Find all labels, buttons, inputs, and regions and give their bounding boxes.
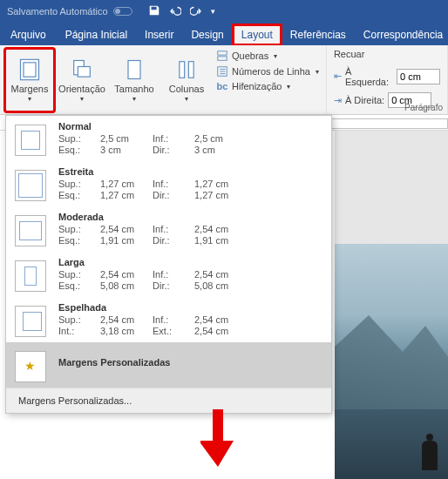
margin-moderate-icon — [15, 215, 46, 246]
margin-wide-icon — [15, 260, 46, 292]
breaks-label: Quebras — [232, 51, 268, 61]
tab-design[interactable]: Design — [182, 24, 232, 45]
indent-right-icon: ⇥ — [334, 95, 342, 106]
tab-insert[interactable]: Inserir — [136, 24, 182, 45]
line-numbers-label: Números de Linha — [232, 66, 310, 77]
redo-icon[interactable] — [190, 4, 202, 18]
autosave-indicator: Salvamento Automático — [7, 6, 132, 17]
margin-narrow-icon — [15, 170, 46, 201]
preset-title: Margens Personalizadas — [58, 357, 170, 368]
group-page-setup: Margens ▾ Orientação ▾ Tamanho ▾ Colunas… — [0, 45, 327, 114]
svg-rect-4 — [128, 60, 140, 78]
columns-label: Colunas — [169, 84, 204, 94]
hyphenation-button[interactable]: bc Hifenização▾ — [214, 80, 321, 92]
size-label: Tamanho — [114, 84, 153, 94]
preset-title: Normal — [58, 121, 322, 132]
tab-home[interactable]: Página Inicial — [57, 24, 136, 45]
autosave-toggle[interactable] — [113, 7, 132, 16]
margin-normal-icon — [15, 125, 46, 156]
hyphenation-icon: bc — [216, 81, 228, 91]
breaks-icon — [216, 50, 228, 62]
save-icon[interactable] — [148, 4, 160, 18]
annotation-arrow-icon — [200, 409, 235, 467]
quick-access-toolbar: ▾ — [148, 4, 215, 18]
ribbon-tabs: Arquivo Página Inicial Inserir Design La… — [0, 23, 448, 45]
size-icon — [122, 57, 146, 82]
document-image — [335, 244, 448, 479]
svg-rect-7 — [218, 51, 227, 55]
margin-custom-icon — [15, 351, 46, 382]
preset-title: Larga — [58, 257, 322, 267]
margin-mirrored-icon — [15, 306, 46, 337]
margin-preset-normal[interactable]: Normal Sup.:2,5 cm Inf.:2,5 cm Esq.:3 cm… — [6, 116, 331, 161]
ribbon: Margens ▾ Orientação ▾ Tamanho ▾ Colunas… — [0, 45, 448, 115]
margin-preset-mirrored[interactable]: Espelhada Sup.:2,54 cm Inf.:2,54 cm Int.… — [6, 297, 331, 342]
svg-rect-8 — [218, 57, 227, 60]
page-setup-small: Quebras▾ Números de Linha▾ bc Hifenizaçã… — [214, 49, 321, 92]
preset-title: Estreita — [58, 166, 322, 177]
paragraph-group-label: Parágrafo — [404, 103, 443, 112]
hyphenation-label: Hifenização — [232, 81, 282, 91]
margins-button[interactable]: Margens ▾ — [5, 49, 54, 111]
custom-margins-menu-item[interactable]: Margens Personalizadas... — [6, 388, 331, 413]
margins-icon — [17, 57, 42, 82]
margin-preset-narrow[interactable]: Estreita Sup.:1,27 cm Inf.:1,27 cm Esq.:… — [6, 161, 331, 206]
svg-rect-6 — [188, 62, 193, 78]
margin-preset-custom-current[interactable]: Margens Personalizadas — [6, 342, 331, 388]
margins-dropdown: Normal Sup.:2,5 cm Inf.:2,5 cm Esq.:3 cm… — [5, 115, 332, 414]
indent-left-input[interactable] — [397, 69, 440, 84]
tab-file[interactable]: Arquivo — [0, 24, 57, 45]
margin-preset-wide[interactable]: Larga Sup.:2,54 cm Inf.:2,54 cm Esq.:5,0… — [6, 252, 331, 297]
columns-button[interactable]: Colunas ▾ — [162, 49, 211, 111]
chevron-down-icon: ▾ — [132, 95, 136, 103]
tab-references[interactable]: Referências — [282, 24, 355, 45]
preset-title: Espelhada — [58, 302, 322, 313]
svg-rect-3 — [78, 66, 90, 77]
chevron-down-icon: ▾ — [28, 95, 31, 103]
person-silhouette — [422, 441, 438, 470]
chevron-down-icon: ▾ — [80, 95, 84, 103]
document-area — [335, 131, 448, 479]
autosave-label: Salvamento Automático — [7, 6, 108, 17]
orientation-label: Orientação — [58, 84, 105, 94]
orientation-button[interactable]: Orientação ▾ — [58, 49, 106, 111]
margin-preset-moderate[interactable]: Moderada Sup.:2,54 cm Inf.:2,54 cm Esq.:… — [6, 206, 331, 252]
size-button[interactable]: Tamanho ▾ — [110, 49, 159, 111]
mountain-shape — [335, 305, 448, 409]
line-numbers-button[interactable]: Números de Linha▾ — [214, 64, 321, 78]
orientation-icon — [70, 57, 94, 82]
svg-rect-5 — [180, 62, 185, 78]
indent-right-label: À Direita: — [345, 95, 384, 105]
tab-mailings[interactable]: Correspondência — [355, 24, 448, 45]
indent-left-icon: ⇤ — [334, 71, 342, 82]
breaks-button[interactable]: Quebras▾ — [214, 49, 321, 63]
chevron-down-icon: ▾ — [185, 95, 188, 103]
undo-icon[interactable] — [169, 4, 181, 18]
qat-dropdown-icon[interactable]: ▾ — [211, 7, 215, 16]
indent-left-label: À Esquerda: — [345, 66, 393, 87]
line-numbers-icon — [216, 65, 228, 78]
preset-title: Moderada — [58, 212, 322, 222]
title-bar: Salvamento Automático ▾ — [0, 0, 448, 23]
columns-icon — [174, 57, 199, 82]
margins-label: Margens — [11, 84, 49, 94]
tab-layout[interactable]: Layout — [233, 24, 282, 45]
horizontal-ruler[interactable] — [326, 118, 448, 129]
indent-title: Recuar — [334, 49, 440, 59]
